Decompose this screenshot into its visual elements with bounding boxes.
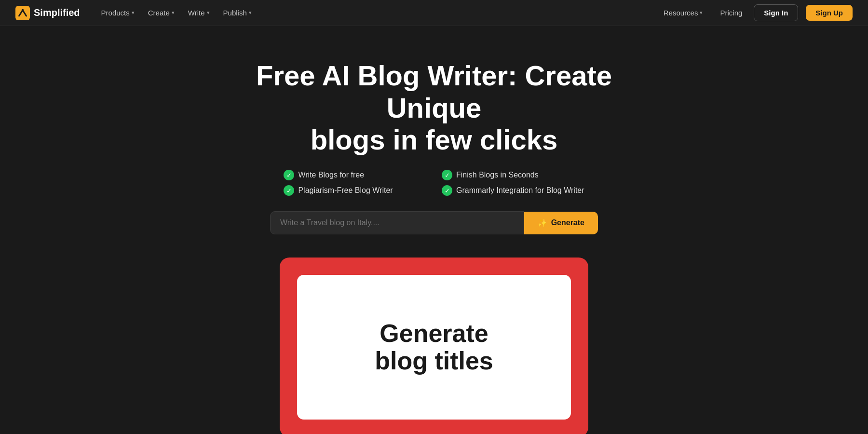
- hero-title: Free AI Blog Writer: Create Unique blogs…: [251, 60, 617, 156]
- chevron-down-icon: ▾: [207, 10, 210, 16]
- check-icon-1: ✓: [284, 170, 294, 180]
- svg-rect-0: [15, 6, 30, 20]
- nav-write[interactable]: Write ▾: [182, 6, 216, 20]
- main-content: Free AI Blog Writer: Create Unique blogs…: [0, 0, 868, 434]
- demo-card-wrapper: Generate blog titles: [280, 258, 588, 434]
- nav-publish[interactable]: Publish ▾: [217, 6, 258, 20]
- demo-card-title: Generate blog titles: [375, 320, 493, 375]
- generate-button[interactable]: ✨ Generate: [524, 212, 598, 234]
- wand-icon: ✨: [538, 218, 547, 228]
- nav-create[interactable]: Create ▾: [142, 6, 180, 20]
- check-icon-3: ✓: [284, 185, 294, 196]
- nav-left-items: Products ▾ Create ▾ Write ▾ Publish ▾: [95, 6, 658, 20]
- feature-item-2: ✓ Finish Blogs in Seconds: [442, 170, 584, 180]
- hero-features: ✓ Write Blogs for free ✓ Finish Blogs in…: [284, 170, 584, 196]
- feature-item-1: ✓ Write Blogs for free: [284, 170, 426, 180]
- chevron-down-icon: ▾: [249, 10, 252, 16]
- nav-pricing[interactable]: Pricing: [716, 6, 746, 20]
- feature-item-3: ✓ Plagiarism-Free Blog Writer: [284, 185, 426, 196]
- sign-in-button[interactable]: Sign In: [754, 4, 798, 21]
- chevron-down-icon: ▾: [172, 10, 175, 16]
- nav-resources[interactable]: Resources ▾: [658, 6, 709, 20]
- logo[interactable]: Simplified: [15, 6, 80, 20]
- demo-card-inner: Generate blog titles: [297, 275, 571, 420]
- check-icon-4: ✓: [442, 185, 452, 196]
- feature-item-4: ✓ Grammarly Integration for Blog Writer: [442, 185, 584, 196]
- navbar: Simplified Products ▾ Create ▾ Write ▾ P…: [0, 0, 868, 26]
- blog-search-input[interactable]: [270, 211, 524, 234]
- svg-point-1: [22, 9, 24, 11]
- nav-products[interactable]: Products ▾: [95, 6, 140, 20]
- check-icon-2: ✓: [442, 170, 452, 180]
- search-bar-container: ✨ Generate: [270, 211, 598, 234]
- nav-right-items: Resources ▾ Pricing Sign In Sign Up: [658, 4, 853, 21]
- logo-icon: [15, 6, 30, 20]
- hero-section: Free AI Blog Writer: Create Unique blogs…: [0, 26, 868, 434]
- chevron-down-icon: ▾: [132, 10, 135, 16]
- logo-text: Simplified: [34, 7, 80, 18]
- sign-up-button[interactable]: Sign Up: [806, 5, 853, 21]
- chevron-down-icon: ▾: [700, 10, 703, 16]
